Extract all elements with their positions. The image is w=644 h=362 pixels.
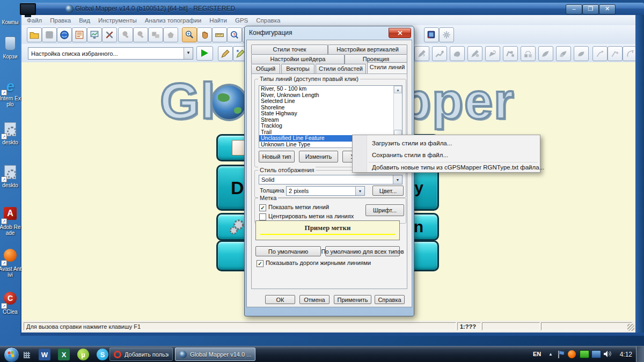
desktop-icon-computer[interactable]: [16, 2, 40, 19]
list-item[interactable]: River, 50 - 100 km: [259, 86, 402, 92]
desktop-icon-adobe-reader[interactable]: A ↗ Adob Reade: [0, 206, 22, 236]
menu-gps[interactable]: GPS: [235, 17, 248, 24]
action-center-flag-icon[interactable]: [557, 350, 565, 359]
zoom-in-icon[interactable]: [182, 27, 197, 42]
zoom-tool-1-icon[interactable]: [118, 27, 133, 42]
menu-edit[interactable]: Правка: [50, 17, 71, 24]
settings-star-icon[interactable]: [439, 27, 454, 42]
thickness-combo[interactable]: 2 pixels ▼: [286, 186, 365, 196]
zoom-tool-4-icon[interactable]: [163, 27, 178, 42]
tab-general[interactable]: Общий: [251, 64, 280, 73]
menu-terrain-analysis[interactable]: Анализ топографии: [145, 17, 201, 24]
cancel-button[interactable]: Отмена: [299, 295, 330, 304]
control-center-icon[interactable]: [72, 27, 87, 42]
taskbar-window-opera[interactable]: Добавить пользоват...: [109, 348, 173, 361]
ok-button[interactable]: ОК: [265, 295, 295, 304]
save-styles-menu-item[interactable]: Сохранить стили в файл...: [372, 152, 448, 158]
list-item[interactable]: Selected Line: [259, 98, 402, 105]
digitizer-tool-6-icon[interactable]: [485, 46, 500, 61]
menu-help[interactable]: Справка: [256, 17, 280, 24]
tab-vectors[interactable]: Векторы: [281, 64, 314, 73]
zoom-tool-3-icon[interactable]: [148, 27, 163, 42]
desktop-icon-internet-explorer[interactable]: e ↗ Intern Explo: [0, 78, 22, 107]
pan-hand-icon[interactable]: [197, 27, 212, 42]
digitizer-tool-5-icon[interactable]: [467, 46, 482, 61]
digitizer-tool-10-icon[interactable]: [556, 46, 571, 61]
font-button[interactable]: Шрифт...: [365, 204, 404, 216]
battery-icon[interactable]: [580, 350, 589, 358]
export-icon[interactable]: [87, 27, 102, 42]
digitizer-tool-2-icon[interactable]: [414, 46, 429, 61]
digitizer-tool-7-icon[interactable]: [503, 46, 518, 61]
desktop-icon-recycle-bin[interactable]: Корзи: [0, 35, 22, 60]
menu-view[interactable]: Вид: [79, 17, 90, 24]
vertex-tool-2-icon[interactable]: [608, 46, 623, 61]
view-3d-window-icon[interactable]: [424, 27, 439, 42]
network-display-icon[interactable]: [591, 350, 601, 358]
language-indicator[interactable]: EN: [533, 351, 541, 357]
word-icon[interactable]: W: [39, 349, 50, 360]
desktop-icon-file-2[interactable]: ↗ deskto: [0, 164, 22, 188]
apply-button[interactable]: Применить: [334, 295, 371, 304]
avast-tray-icon[interactable]: [568, 350, 576, 358]
digitizer-icon[interactable]: [218, 46, 233, 61]
menu-tools[interactable]: Инструменты: [98, 17, 137, 24]
center-labels-checkbox[interactable]: [259, 213, 266, 220]
show-labels-checkbox[interactable]: ✓: [259, 204, 266, 211]
desktop-icon-file-1[interactable]: ↗ deskto: [0, 121, 22, 145]
desktop-label-computer[interactable]: Компы: [0, 18, 22, 25]
tab-shader-options[interactable]: Настройки шейдера: [251, 54, 345, 64]
taskbar-window-global-mapper[interactable]: Global Mapper v14.0 ...: [175, 348, 255, 361]
resize-grip[interactable]: [627, 324, 634, 331]
minimize-button[interactable]: –: [566, 4, 582, 14]
desktop-icon-avast[interactable]: ↗ Avast Antivi: [0, 248, 22, 278]
default-button[interactable]: По умолчанию: [255, 246, 321, 256]
list-item[interactable]: Tracklog: [259, 123, 402, 129]
zoom-tool-2-icon[interactable]: [133, 27, 148, 42]
maximize-button[interactable]: ❐: [582, 4, 599, 14]
utorrent-icon[interactable]: µ: [77, 349, 89, 360]
grid-icon[interactable]: [24, 352, 30, 358]
digitizer-tool-4-icon[interactable]: [450, 46, 465, 61]
measure-ruler-icon[interactable]: [212, 27, 227, 42]
style-combo[interactable]: Solid ▼: [259, 175, 402, 184]
add-types-menu-item[interactable]: Добавить новые типы из cGPSMapper RGNTyp…: [372, 164, 544, 171]
chevron-down-icon[interactable]: ▼: [393, 175, 402, 184]
dialog-close-button[interactable]: [389, 28, 411, 38]
tab-vertical-options[interactable]: Настройки вертикалей: [328, 45, 407, 54]
favorites-combo[interactable]: Настройка списка избранного... ▼: [28, 47, 193, 60]
new-type-button[interactable]: Новый тип: [259, 151, 295, 162]
tab-line-styles[interactable]: Стили линий: [367, 62, 407, 73]
tray-expand-icon[interactable]: ▲: [548, 352, 553, 357]
feature-info-icon[interactable]: ?: [227, 27, 242, 42]
start-button[interactable]: [4, 347, 19, 362]
clock[interactable]: 4:12: [620, 351, 632, 358]
digitizer-tool-8-icon[interactable]: [521, 46, 536, 61]
chevron-down-icon[interactable]: ▼: [355, 187, 364, 195]
menu-search[interactable]: Найти: [209, 17, 227, 24]
help-button[interactable]: Справка: [375, 295, 405, 304]
default-all-types-button[interactable]: По умолчанию для всех типов: [325, 246, 400, 256]
placeholder-icon[interactable]: [42, 27, 57, 42]
close-button[interactable]: ✕: [599, 4, 616, 14]
tab-area-styles[interactable]: Стили областей: [316, 64, 366, 73]
vertex-tool-1-icon[interactable]: [592, 46, 608, 61]
digitizer-tool-3-icon[interactable]: [432, 46, 447, 61]
open-file-icon[interactable]: [27, 27, 42, 42]
skype-icon[interactable]: S: [97, 349, 108, 360]
title-bar[interactable]: Global Mapper v14.0 (b100512) [64-bit] -…: [20, 3, 644, 15]
chevron-down-icon[interactable]: ▼: [184, 48, 193, 59]
modify-button[interactable]: Изменить: [299, 151, 338, 162]
speaker-icon[interactable]: [603, 350, 611, 358]
excel-icon[interactable]: X: [58, 349, 70, 360]
color-button[interactable]: Цвет...: [372, 186, 404, 196]
digitizer-tool-9-icon[interactable]: [538, 46, 553, 61]
run-favorite-button[interactable]: [196, 46, 213, 61]
bold-roads-checkbox[interactable]: ✓: [257, 260, 264, 267]
web-map-icon[interactable]: [57, 27, 72, 42]
show-desktop-button[interactable]: [636, 346, 644, 362]
load-styles-menu-item[interactable]: Загрузить стили из файла...: [372, 140, 452, 146]
tools-icon[interactable]: [102, 27, 117, 42]
tab-point-styles[interactable]: Стили точек: [251, 45, 328, 54]
digitizer-tool-11-icon[interactable]: [574, 46, 589, 61]
